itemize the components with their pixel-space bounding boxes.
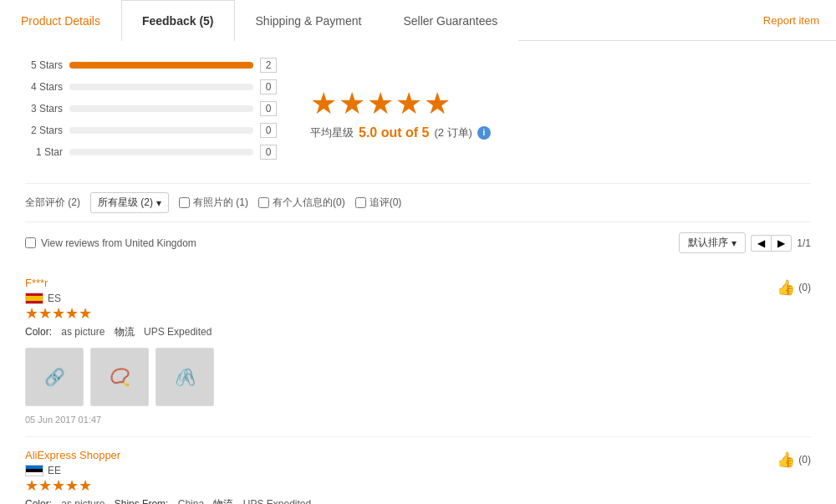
bar-label: 5 Stars [25, 59, 63, 71]
ships-from-label: Ships From: [115, 498, 169, 504]
star-summary: ★★★★★ 平均星级 5.0 out of 5 (2 订单) i [310, 58, 491, 166]
review-card: AliExpress Shopper EE 👍 (0) ★★★★★ Color:… [25, 437, 811, 504]
review-date: 05 Jun 2017 01:47 [25, 415, 811, 425]
thumbs-up-count: (0) [798, 282, 811, 293]
pagination-area: 默认排序 ▾ ◀ ▶ 1/1 [679, 232, 811, 253]
shipping-val: UPS Expedited [243, 498, 311, 504]
avg-label: 平均星级 [310, 125, 354, 140]
bar-label: 2 Stars [25, 125, 63, 136]
uk-review-checkbox-label[interactable]: View reviews from United Kingdom [25, 237, 196, 249]
bar-count: 0 [260, 145, 277, 160]
bar-label: 3 Stars [25, 103, 63, 115]
country-code: ES [48, 293, 61, 304]
filter-with-info-checkbox[interactable] [258, 197, 269, 208]
next-page-button[interactable]: ▶ [771, 235, 792, 252]
color-val: as picture [61, 498, 104, 504]
review-thumb[interactable]: 🔗 [25, 348, 84, 406]
chevron-down-icon: ▾ [732, 237, 737, 249]
uk-row: View reviews from United Kingdom 默认排序 ▾ … [25, 232, 811, 253]
filter-additional[interactable]: 追评(0) [355, 196, 402, 210]
tab-product-details[interactable]: Product Details [0, 0, 121, 41]
color-label: Color: [25, 498, 52, 504]
bar-count: 0 [260, 101, 277, 116]
reviewer-info: AliExpress Shopper EE [25, 449, 120, 476]
rating-bar-row: 2 Stars 0 [25, 123, 277, 138]
review-stars: ★★★★★ [25, 304, 811, 323]
bar-label: 1 Star [25, 146, 63, 158]
avg-score: 5.0 out of 5 [359, 125, 429, 140]
review-thumb[interactable]: 📿 [90, 348, 149, 406]
country-flag-icon [25, 465, 43, 476]
chevron-down-icon: ▾ [156, 197, 161, 209]
stars-display: ★★★★★ [310, 89, 491, 119]
filter-with-photo[interactable]: 有照片的 (1) [179, 196, 248, 210]
pagination-info: 1/1 [797, 237, 811, 249]
bar-track [69, 149, 253, 155]
reviewer-name[interactable]: F***r [25, 277, 61, 289]
bar-track [69, 105, 253, 112]
filter-bar: 全部评价 (2) 所有星级 (2) ▾ 有照片的 (1) 有个人信息的(0) 追… [25, 183, 811, 222]
shipping-val: UPS Expedited [144, 326, 212, 338]
rating-bar-row: 5 Stars 2 [25, 58, 277, 73]
filter-additional-checkbox[interactable] [355, 197, 366, 208]
color-val: as picture [61, 326, 104, 338]
filter-all-stars[interactable]: 所有星级 (2) ▾ [90, 192, 169, 213]
page-nav: ◀ ▶ [751, 235, 792, 252]
thumbs-up-button[interactable]: 👍 (0) [777, 451, 811, 469]
rating-section: 5 Stars 2 4 Stars 0 3 Stars 0 2 Stars 0 [25, 58, 811, 166]
content-area: 5 Stars 2 4 Stars 0 3 Stars 0 2 Stars 0 [0, 41, 836, 504]
shipping-label: 物流 [213, 498, 233, 504]
info-icon[interactable]: i [477, 126, 491, 140]
review-meta: Color: as picture 物流 UPS Expedited [25, 325, 811, 339]
thumbs-up-count: (0) [798, 454, 811, 466]
tab-feedback[interactable]: Feedback (5) [121, 0, 235, 41]
thumbs-up-icon: 👍 [777, 278, 795, 297]
filter-with-info[interactable]: 有个人信息的(0) [258, 196, 345, 210]
rating-bar-row: 1 Star 0 [25, 145, 277, 160]
bar-count: 2 [260, 58, 277, 73]
reviewer-right: 👍 (0) [777, 277, 811, 297]
bar-count: 0 [260, 79, 277, 94]
reviewer-name[interactable]: AliExpress Shopper [25, 449, 120, 461]
bar-track [69, 84, 253, 90]
reviewer-right: 👍 (0) [777, 449, 811, 469]
country-flag: ES [25, 293, 61, 304]
bar-fill [69, 62, 253, 69]
prev-page-button[interactable]: ◀ [751, 235, 771, 252]
bar-track [69, 127, 253, 134]
shipping-label: 物流 [111, 326, 134, 338]
bar-label: 4 Stars [25, 81, 63, 93]
sort-button[interactable]: 默认排序 ▾ [679, 232, 746, 253]
avg-orders: (2 订单) [434, 125, 472, 140]
country-flag: EE [25, 465, 120, 476]
review-thumbnails: 🔗 📿 🖇️ [25, 348, 811, 406]
thumbs-up-icon: 👍 [777, 451, 795, 469]
filter-all-reviews[interactable]: 全部评价 (2) [25, 196, 80, 210]
color-label: Color: [25, 326, 52, 338]
ships-from-val: China [178, 498, 204, 504]
uk-review-label: View reviews from United Kingdom [41, 237, 196, 249]
tab-bar: Product Details Feedback (5) Shipping & … [0, 0, 836, 41]
bar-track [69, 62, 253, 69]
review-header: AliExpress Shopper EE 👍 (0) [25, 449, 811, 476]
review-stars: ★★★★★ [25, 476, 811, 495]
thumbs-up-button[interactable]: 👍 (0) [777, 278, 811, 297]
rating-bars: 5 Stars 2 4 Stars 0 3 Stars 0 2 Stars 0 [25, 58, 277, 166]
bar-count: 0 [260, 123, 277, 138]
review-header: F***r ES 👍 (0) [25, 277, 811, 304]
review-card: F***r ES 👍 (0) ★★★★★ Color: as picture 物… [25, 265, 811, 437]
country-flag-icon [25, 293, 43, 304]
tab-seller[interactable]: Seller Guarantees [382, 0, 518, 41]
review-thumb[interactable]: 🖇️ [155, 348, 214, 406]
report-item-link[interactable]: Report item [747, 1, 836, 40]
filter-with-photo-checkbox[interactable] [179, 197, 190, 208]
tab-shipping[interactable]: Shipping & Payment [235, 0, 383, 41]
uk-review-checkbox[interactable] [25, 237, 36, 248]
country-code: EE [48, 465, 61, 476]
avg-line: 平均星级 5.0 out of 5 (2 订单) i [310, 125, 491, 140]
review-meta: Color: as picture Ships From: China 物流 U… [25, 497, 811, 504]
reviewer-info: F***r ES [25, 277, 61, 304]
reviews-list: F***r ES 👍 (0) ★★★★★ Color: as picture 物… [25, 265, 811, 504]
rating-bar-row: 3 Stars 0 [25, 101, 277, 116]
rating-bar-row: 4 Stars 0 [25, 79, 277, 94]
